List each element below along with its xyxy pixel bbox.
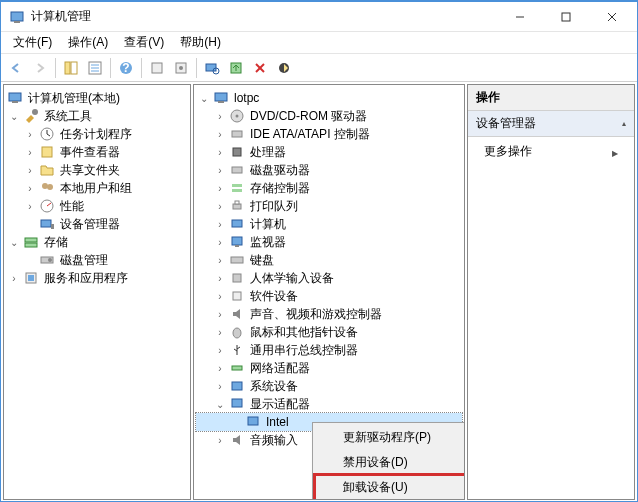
mtree-sound[interactable]: ›声音、视频和游戏控制器 xyxy=(196,305,462,323)
expand-toggle[interactable]: ⌄ xyxy=(196,90,212,106)
mtree-monitor[interactable]: ›监视器 xyxy=(196,233,462,251)
mtree-usb[interactable]: ›通用串行总线控制器 xyxy=(196,341,462,359)
scan-hardware-button[interactable] xyxy=(201,57,223,79)
users-icon xyxy=(39,180,55,196)
svg-rect-0 xyxy=(11,12,23,21)
ltree-performance[interactable]: ›性能 xyxy=(6,197,188,215)
event-icon xyxy=(39,144,55,160)
actions-header: 操作 xyxy=(468,85,634,111)
maximize-button[interactable] xyxy=(543,2,589,32)
ltree-event-viewer[interactable]: ›事件查看器 xyxy=(6,143,188,161)
mtree-mouse[interactable]: ›鼠标和其他指针设备 xyxy=(196,323,462,341)
svg-rect-60 xyxy=(232,366,242,370)
menu-action[interactable]: 操作(A) xyxy=(60,32,116,53)
menu-file[interactable]: 文件(F) xyxy=(5,32,60,53)
svg-point-30 xyxy=(42,183,48,189)
ltree-disk-mgmt[interactable]: 磁盘管理 xyxy=(6,251,188,269)
collapse-icon: ▴ xyxy=(622,119,626,128)
svg-rect-50 xyxy=(232,189,242,192)
ctx-uninstall-device[interactable]: 卸载设备(U) xyxy=(315,475,465,500)
ltree-root[interactable]: 计算机管理(本地) xyxy=(6,89,188,107)
ide-icon xyxy=(229,126,245,142)
mtree-network[interactable]: ›网络适配器 xyxy=(196,359,462,377)
properties-button[interactable] xyxy=(84,57,106,79)
help-button[interactable]: ? xyxy=(115,57,137,79)
mtree-dvd[interactable]: ›DVD/CD-ROM 驱动器 xyxy=(196,107,462,125)
mtree-computer[interactable]: ›计算机 xyxy=(196,215,462,233)
ltree-shared-folders[interactable]: ›共享文件夹 xyxy=(6,161,188,179)
svg-rect-34 xyxy=(41,220,51,227)
mtree-display[interactable]: ⌄显示适配器 xyxy=(196,395,462,413)
svg-rect-36 xyxy=(25,238,37,242)
cpu-icon xyxy=(229,144,245,160)
middle-pane[interactable]: ⌄lotpc ›DVD/CD-ROM 驱动器 ›IDE ATA/ATAPI 控制… xyxy=(193,84,465,500)
device-mgr-icon xyxy=(39,216,55,232)
computer-icon xyxy=(229,216,245,232)
mtree-cpu[interactable]: ›处理器 xyxy=(196,143,462,161)
mtree-hid[interactable]: ›人体学输入设备 xyxy=(196,269,462,287)
expand-toggle[interactable]: ⌄ xyxy=(212,396,228,412)
ltree-systools[interactable]: ⌄ 系统工具 xyxy=(6,107,188,125)
expand-toggle[interactable]: › xyxy=(6,270,22,286)
mtree-keyboard[interactable]: ›键盘 xyxy=(196,251,462,269)
actions-more-label: 更多操作 xyxy=(484,143,532,160)
mtree-printq[interactable]: ›打印队列 xyxy=(196,197,462,215)
content-area: 计算机管理(本地) ⌄ 系统工具 ›任务计划程序 ›事件查看器 ›共享文件夹 ›… xyxy=(1,82,637,502)
svg-rect-42 xyxy=(215,93,227,101)
svg-rect-62 xyxy=(232,399,242,407)
gpu-icon xyxy=(245,414,261,430)
minimize-button[interactable] xyxy=(497,2,543,32)
perf-icon xyxy=(39,198,55,214)
monitor-icon xyxy=(229,234,245,250)
svg-rect-47 xyxy=(233,148,241,156)
mtree-root[interactable]: ⌄lotpc xyxy=(196,89,462,107)
ltree-storage[interactable]: ⌄存储 xyxy=(6,233,188,251)
expand-toggle[interactable]: › xyxy=(22,180,38,196)
uninstall-button[interactable] xyxy=(249,57,271,79)
ctx-update-driver[interactable]: 更新驱动程序(P) xyxy=(315,425,465,450)
disk-icon xyxy=(39,252,55,268)
storage-ctrl-icon xyxy=(229,180,245,196)
menu-view[interactable]: 查看(V) xyxy=(116,32,172,53)
mtree-disk[interactable]: ›磁盘驱动器 xyxy=(196,161,462,179)
expand-toggle[interactable]: › xyxy=(22,198,38,214)
expand-toggle[interactable]: ⌄ xyxy=(6,234,22,250)
display-icon xyxy=(229,396,245,412)
ltree-services[interactable]: ›服务和应用程序 xyxy=(6,269,188,287)
svg-point-45 xyxy=(236,115,239,118)
expand-toggle[interactable]: › xyxy=(22,162,38,178)
svg-rect-51 xyxy=(233,204,241,209)
svg-rect-53 xyxy=(232,220,242,227)
expand-toggle[interactable]: › xyxy=(22,144,38,160)
ltree-local-users[interactable]: ›本地用户和组 xyxy=(6,179,188,197)
mtree-ide[interactable]: ›IDE ATA/ATAPI 控制器 xyxy=(196,125,462,143)
clock-icon xyxy=(39,126,55,142)
back-button[interactable] xyxy=(5,57,27,79)
menubar: 文件(F) 操作(A) 查看(V) 帮助(H) xyxy=(1,32,637,54)
forward-button[interactable] xyxy=(29,57,51,79)
disable-button[interactable] xyxy=(273,57,295,79)
mtree-software[interactable]: ›软件设备 xyxy=(196,287,462,305)
update-driver-button[interactable] xyxy=(225,57,247,79)
actions-sub-header[interactable]: 设备管理器 ▴ xyxy=(468,111,634,137)
toolbar-icon-2[interactable] xyxy=(170,57,192,79)
ltree-task-scheduler[interactable]: ›任务计划程序 xyxy=(6,125,188,143)
toolbar-icon-1[interactable] xyxy=(146,57,168,79)
mtree-sysdev[interactable]: ›系统设备 xyxy=(196,377,462,395)
svg-rect-56 xyxy=(231,257,243,263)
show-hide-tree-button[interactable] xyxy=(60,57,82,79)
ctx-disable-device[interactable]: 禁用设备(D) xyxy=(315,450,465,475)
mtree-storage[interactable]: ›存储控制器 xyxy=(196,179,462,197)
ltree-device-manager[interactable]: 设备管理器 xyxy=(6,215,188,233)
actions-more[interactable]: 更多操作 xyxy=(468,137,634,166)
right-pane: 操作 设备管理器 ▴ 更多操作 xyxy=(467,84,635,500)
expand-toggle[interactable]: › xyxy=(22,126,38,142)
svg-rect-43 xyxy=(218,101,224,103)
svg-rect-1 xyxy=(14,21,20,23)
sysdev-icon xyxy=(229,378,245,394)
close-button[interactable] xyxy=(589,2,635,32)
menu-help[interactable]: 帮助(H) xyxy=(172,32,229,53)
left-pane[interactable]: 计算机管理(本地) ⌄ 系统工具 ›任务计划程序 ›事件查看器 ›共享文件夹 ›… xyxy=(3,84,191,500)
services-icon xyxy=(23,270,39,286)
expand-toggle[interactable]: ⌄ xyxy=(6,108,22,124)
